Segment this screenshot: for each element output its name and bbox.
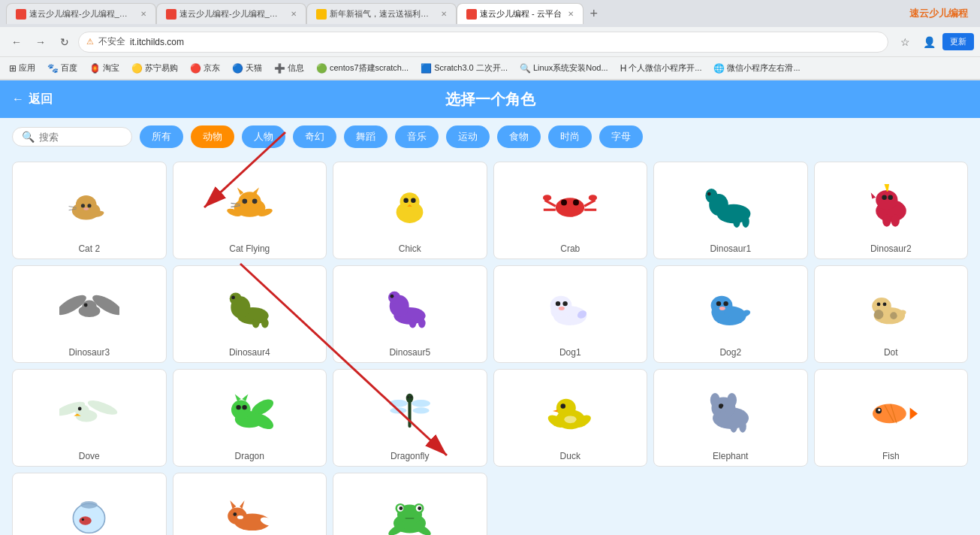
sprite-name-dot: Dot <box>884 347 898 358</box>
baidu-icon: 🐾 <box>47 63 59 74</box>
filter-fantasy[interactable]: 奇幻 <box>293 125 336 148</box>
sprite-card-dog2[interactable]: Dog2 <box>653 265 808 363</box>
sprite-image-duck <box>497 376 644 448</box>
sprite-name-fish: Fish <box>882 451 900 461</box>
back-nav-button[interactable]: ← <box>6 32 27 53</box>
sprite-card-dinosaur2[interactable]: Dinosaur2 <box>814 162 969 259</box>
sprite-card-dog1[interactable]: Dog1 <box>493 265 648 363</box>
filter-animals[interactable]: 动物 <box>191 125 234 148</box>
sprite-card-fishbowl[interactable]: Fishbowl <box>12 473 167 535</box>
filter-letters[interactable]: 字母 <box>599 125 643 148</box>
bookmark-linux-label: Linux系统安装Nod... <box>533 62 608 74</box>
sprite-card-dinosaur4[interactable]: Dinosaur4 <box>173 265 327 363</box>
sprite-card-dinosaur1[interactable]: Dinosaur1 <box>653 162 808 259</box>
search-input[interactable] <box>39 131 122 143</box>
tab-close-4[interactable]: ✕ <box>568 10 574 18</box>
svg-point-28 <box>561 200 567 206</box>
bookmark-tianmao[interactable]: 🔵 天猫 <box>229 61 265 75</box>
svg-point-23 <box>411 198 416 203</box>
sprite-card-elephant[interactable]: Elephant <box>653 369 808 467</box>
bookmark-info-label: 信息 <box>288 62 304 74</box>
sprite-card-fish[interactable]: Fish <box>814 369 969 467</box>
filter-music[interactable]: 音乐 <box>395 125 439 148</box>
filter-all[interactable]: 所有 <box>140 125 183 148</box>
sprite-card-crab[interactable]: Crab <box>493 162 648 259</box>
bookmark-wechat-mini[interactable]: H 个人微信小程序开... <box>617 61 705 75</box>
svg-point-143 <box>237 515 243 519</box>
back-button[interactable]: ← 返回 <box>12 92 53 107</box>
svg-marker-141 <box>240 500 244 509</box>
svg-marker-116 <box>553 410 558 412</box>
bookmark-tianmao-label: 天猫 <box>246 62 262 74</box>
tab-3[interactable]: 新年新福气，速云送福利：少儿... ✕ <box>306 3 457 24</box>
url-text: it.itchilds.com <box>130 37 184 47</box>
filter-people[interactable]: 人物 <box>242 125 285 148</box>
sprite-card-frog[interactable]: Frog <box>333 473 487 535</box>
sprite-card-dinosaur3[interactable]: Dinosaur3 <box>12 265 167 363</box>
svg-point-125 <box>730 420 737 432</box>
reload-button[interactable]: ↻ <box>54 32 75 53</box>
bookmark-wechat-mini-label: 个人微信小程序开... <box>629 62 701 74</box>
bookmark-scratch[interactable]: 🟦 Scratch3.0 二次开... <box>418 61 511 75</box>
bookmark-icon[interactable]: ☆ <box>894 32 915 53</box>
filter-bar: 🔍 所有 动物 人物 奇幻 舞蹈 音乐 运动 食物 时尚 字母 <box>0 118 980 156</box>
filter-dance[interactable]: 舞蹈 <box>344 125 387 148</box>
forward-nav-button[interactable]: → <box>30 32 51 53</box>
sprite-card-dinosaur5[interactable]: Dinosaur5 <box>333 265 487 363</box>
sprite-image-dinosaur1 <box>657 168 804 240</box>
tab-close-2[interactable]: ✕ <box>291 10 297 18</box>
sprite-card-dragonfly[interactable]: Dragonfly <box>333 369 487 467</box>
profile-icon[interactable]: 👤 <box>918 32 939 53</box>
taobao-icon: 🏮 <box>89 63 101 74</box>
sprite-name-dinosaur1: Dinosaur1 <box>710 243 751 254</box>
update-button[interactable]: 更新 <box>942 33 974 50</box>
sprite-card-dragon[interactable]: Dragon <box>173 369 327 467</box>
new-tab-button[interactable]: + <box>583 3 605 24</box>
scratch-icon: 🟦 <box>421 63 432 74</box>
wechat-mini-icon: H <box>620 63 627 74</box>
bookmark-info[interactable]: ➕ 信息 <box>271 61 307 75</box>
sprite-name-dog1: Dog1 <box>559 347 581 358</box>
search-box[interactable]: 🔍 <box>12 127 132 147</box>
sprite-card-dot[interactable]: Dot <box>814 265 969 363</box>
svg-point-87 <box>874 310 884 319</box>
bookmark-wechat2-label: 微信小程序左右滑... <box>727 62 800 74</box>
tab-1[interactable]: 速云少儿编程-少儿编程_无人机... ✕ <box>6 3 156 24</box>
svg-point-59 <box>252 318 260 328</box>
bookmark-taobao[interactable]: 🏮 淘宝 <box>86 61 122 75</box>
sprite-image-frog <box>336 479 484 535</box>
bookmark-centos[interactable]: 🟢 centos7搭建scratch... <box>313 61 412 75</box>
tab-close-3[interactable]: ✕ <box>441 10 447 18</box>
sprite-card-cat2[interactable]: Cat 2 <box>12 162 167 259</box>
sprite-card-fox[interactable]: Fox <box>173 473 327 535</box>
svg-point-4 <box>81 204 85 207</box>
filter-food[interactable]: 食物 <box>497 125 541 148</box>
url-bar[interactable]: ⚠ 不安全 it.itchilds.com <box>78 32 888 53</box>
tab-4[interactable]: 速云少儿编程 - 云平台 ✕ <box>457 3 583 24</box>
bookmark-linux[interactable]: 🔍 Linux系统安装Nod... <box>517 61 611 75</box>
tab-close-1[interactable]: ✕ <box>140 10 146 18</box>
bookmark-apps[interactable]: ⊞ 应用 <box>6 61 38 75</box>
svg-point-69 <box>551 304 559 316</box>
filter-sports[interactable]: 运动 <box>446 125 490 148</box>
sprite-card-dove[interactable]: Dove <box>12 369 167 467</box>
bookmark-baidu[interactable]: 🐾 百度 <box>44 61 80 75</box>
apps-icon: ⊞ <box>9 63 17 74</box>
tab-title-2: 速云少儿编程-少儿编程_无人机... <box>179 8 285 20</box>
svg-line-32 <box>584 200 595 206</box>
tianmao-icon: 🔵 <box>232 63 243 74</box>
bookmark-jd[interactable]: 🔴 京东 <box>187 61 223 75</box>
centos-icon: 🟢 <box>316 63 327 74</box>
sprite-card-duck[interactable]: Duck <box>493 369 648 467</box>
bookmark-suning[interactable]: 🟡 苏宁易购 <box>128 61 181 75</box>
sprite-image-dove <box>16 376 163 448</box>
sprite-name-dove: Dove <box>79 451 100 461</box>
sprite-card-cat-flying[interactable]: Cat Flying <box>173 162 327 259</box>
bookmark-wechat2[interactable]: 🌐 微信小程序左右滑... <box>710 61 803 75</box>
tab-favicon-3 <box>316 9 327 20</box>
sprite-image-fox <box>176 479 324 535</box>
svg-point-27 <box>556 198 584 217</box>
sprite-card-chick[interactable]: Chick <box>333 162 487 259</box>
tab-2[interactable]: 速云少儿编程-少儿编程_无人机... ✕ <box>156 3 306 24</box>
filter-fashion[interactable]: 时尚 <box>548 125 592 148</box>
